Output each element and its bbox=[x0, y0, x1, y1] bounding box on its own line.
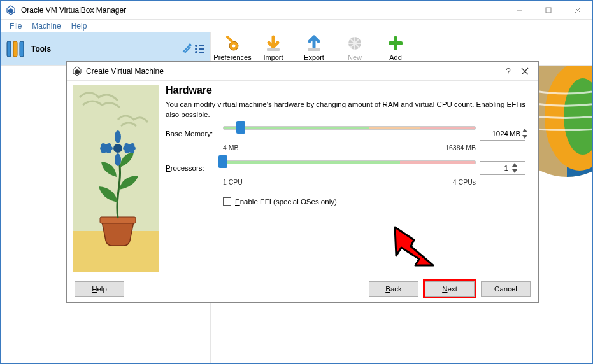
svg-rect-19 bbox=[308, 48, 320, 51]
new-icon bbox=[346, 34, 364, 52]
wizard-heading: Hardware bbox=[166, 85, 525, 96]
svg-rect-18 bbox=[267, 48, 280, 51]
processors-thumb[interactable] bbox=[218, 155, 227, 168]
toolbar-new[interactable]: New bbox=[337, 34, 373, 61]
svg-point-9 bbox=[189, 43, 192, 46]
base-memory-unit: MB bbox=[510, 130, 522, 137]
toolbar-preferences[interactable]: Preferences bbox=[215, 34, 250, 61]
processors-slider[interactable] bbox=[223, 160, 476, 176]
toolbar-add-label: Add bbox=[389, 53, 402, 61]
processors-value[interactable] bbox=[480, 164, 510, 172]
toolbar-import[interactable]: Import bbox=[255, 34, 291, 61]
svg-point-41 bbox=[115, 153, 121, 166]
spin-up-icon[interactable] bbox=[522, 127, 527, 134]
spin-down-icon[interactable] bbox=[510, 168, 518, 174]
maximize-button[interactable] bbox=[534, 1, 563, 19]
menu-help[interactable]: Help bbox=[66, 20, 92, 32]
cancel-button[interactable]: Cancel bbox=[481, 281, 531, 297]
cpu-max-label: 4 CPUs bbox=[453, 178, 476, 186]
export-icon bbox=[305, 34, 323, 52]
base-memory-slider[interactable] bbox=[223, 126, 476, 141]
svg-rect-26 bbox=[389, 41, 403, 45]
tools-list-icon[interactable] bbox=[194, 43, 205, 55]
dialog-close-button[interactable] bbox=[517, 63, 533, 80]
tools-panel[interactable]: Tools bbox=[1, 32, 211, 65]
svg-marker-46 bbox=[522, 129, 527, 132]
svg-marker-49 bbox=[512, 169, 517, 173]
svg-rect-15 bbox=[199, 52, 204, 53]
svg-rect-11 bbox=[199, 45, 204, 46]
svg-marker-47 bbox=[522, 135, 527, 139]
svg-point-12 bbox=[195, 48, 197, 50]
svg-rect-13 bbox=[199, 48, 204, 50]
base-memory-thumb[interactable] bbox=[236, 121, 245, 134]
spin-down-icon[interactable] bbox=[522, 134, 527, 140]
cpu-min-label: 1 CPU bbox=[223, 178, 243, 186]
import-icon bbox=[264, 34, 282, 52]
app-title: Oracle VM VirtualBox Manager bbox=[21, 6, 504, 15]
toolbar-add[interactable]: Add bbox=[378, 34, 413, 61]
tools-label: Tools bbox=[31, 45, 181, 53]
toolbar-new-label: New bbox=[348, 53, 362, 61]
svg-rect-8 bbox=[20, 41, 24, 57]
processors-label: Processors: bbox=[166, 164, 219, 172]
svg-point-45 bbox=[113, 144, 122, 153]
efi-checkbox[interactable] bbox=[223, 197, 231, 206]
tools-settings-icon[interactable] bbox=[181, 43, 192, 55]
tools-icon bbox=[6, 39, 26, 59]
create-vm-dialog: Create Virtual Machine ? bbox=[66, 61, 539, 303]
processors-spinbox[interactable] bbox=[480, 161, 525, 175]
dialog-title: Create Virtual Machine bbox=[86, 67, 500, 76]
wizard-description: You can modify virtual machine's hardwar… bbox=[166, 100, 525, 120]
ram-min-label: 4 MB bbox=[223, 144, 239, 151]
svg-point-17 bbox=[232, 45, 236, 48]
titlebar: Oracle VM VirtualBox Manager bbox=[1, 1, 592, 20]
menubar: File Machine Help bbox=[1, 20, 592, 32]
close-button[interactable] bbox=[563, 1, 592, 19]
svg-rect-6 bbox=[7, 41, 11, 57]
toolbar-export[interactable]: Export bbox=[296, 34, 332, 61]
spin-up-icon[interactable] bbox=[510, 162, 518, 168]
menu-file[interactable]: File bbox=[4, 20, 27, 32]
toolbar-import-label: Import bbox=[263, 53, 283, 61]
next-button[interactable]: Next bbox=[425, 281, 475, 297]
gear-icon bbox=[224, 34, 241, 52]
svg-marker-48 bbox=[512, 163, 517, 167]
help-button[interactable]: Help bbox=[75, 281, 124, 297]
menu-machine[interactable]: Machine bbox=[27, 20, 66, 32]
svg-point-14 bbox=[195, 51, 197, 53]
dialog-help-button[interactable]: ? bbox=[500, 63, 517, 80]
base-memory-spinbox[interactable]: MB bbox=[480, 127, 525, 141]
dialog-footer: Help Back Next Cancel bbox=[67, 276, 538, 302]
toolbar-preferences-label: Preferences bbox=[213, 53, 251, 61]
svg-rect-7 bbox=[13, 41, 17, 57]
minimize-button[interactable] bbox=[504, 1, 534, 19]
back-button[interactable]: Back bbox=[369, 281, 418, 297]
svg-point-37 bbox=[115, 130, 121, 143]
main-window: Oracle VM VirtualBox Manager File Machin… bbox=[0, 0, 593, 364]
svg-point-10 bbox=[195, 45, 197, 47]
efi-label: Enable EFI (special OSes only) bbox=[235, 198, 337, 206]
dialog-titlebar: Create Virtual Machine ? bbox=[67, 62, 538, 81]
toolbar-export-label: Export bbox=[304, 53, 324, 61]
svg-rect-3 bbox=[546, 8, 551, 13]
add-icon bbox=[387, 34, 404, 52]
global-toolbar: Preferences Import Export New bbox=[211, 32, 417, 65]
ram-max-label: 16384 MB bbox=[445, 144, 476, 151]
base-memory-value[interactable] bbox=[480, 130, 510, 137]
base-memory-label: Base Memory: bbox=[166, 130, 219, 137]
app-icon bbox=[6, 5, 16, 15]
dialog-icon bbox=[72, 66, 82, 76]
wizard-illustration bbox=[73, 85, 159, 272]
